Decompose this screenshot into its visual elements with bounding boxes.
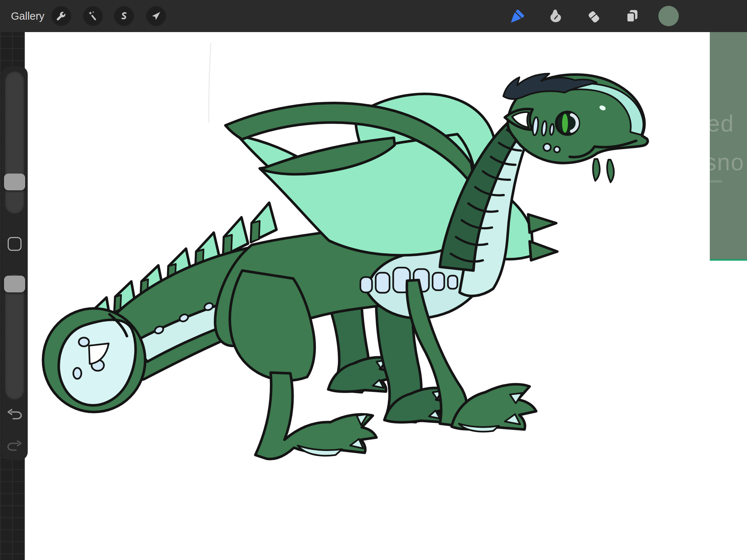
smudge-icon [547,8,564,24]
gallery-button[interactable]: Gallery [11,0,44,32]
eraser-icon [585,8,602,24]
selection-button[interactable] [114,6,134,26]
color-swatch-button[interactable] [658,6,679,26]
procreate-window: Gallery [0,0,747,560]
actions-button[interactable] [51,6,71,26]
undo-button[interactable] [6,408,23,423]
redo-button[interactable] [6,440,23,454]
modify-button[interactable] [8,237,22,251]
reference-text-dash [710,180,722,183]
reference-text-fragment: sno [710,149,744,176]
redo-icon [6,440,23,453]
smudge-button[interactable] [547,7,564,25]
paint-brush-button[interactable] [509,7,526,25]
side-toolbar [1,66,28,460]
reference-panel: ed sno [710,31,747,261]
layers-button[interactable] [623,7,641,25]
brush-size-slider[interactable] [5,71,24,214]
brush-size-handle[interactable] [4,174,25,190]
magic-wand-icon [88,11,98,22]
wrench-icon [56,11,67,22]
reference-accent-line [710,259,747,261]
opacity-slider[interactable] [5,274,24,400]
transform-button[interactable] [146,6,166,26]
adjustments-button[interactable] [83,6,103,26]
dragon-artwork [25,32,747,560]
eraser-button[interactable] [585,7,603,25]
top-toolbar: Gallery [0,0,747,32]
transform-arrow-icon [151,11,162,22]
canvas[interactable]: ed sno [25,32,747,560]
layers-icon [624,8,640,24]
opacity-handle[interactable] [4,276,25,292]
undo-icon [6,409,23,422]
paint-brush-icon [509,8,526,24]
selection-icon [119,11,129,22]
reference-text-fragment: ed [710,110,734,137]
